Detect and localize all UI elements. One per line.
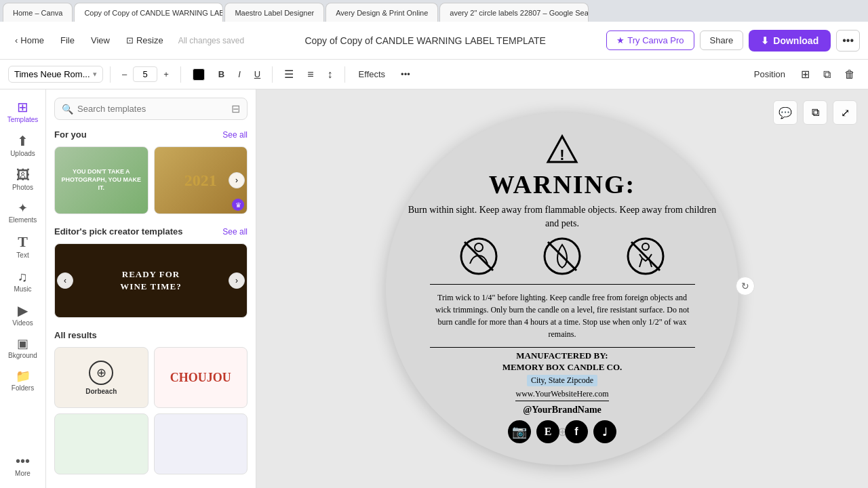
editors-carousel-next[interactable]: ›	[229, 272, 245, 289]
sidebar-item-background[interactable]: ▣ Bkground	[3, 332, 43, 365]
dorbeach-logo-icon: ⊕	[89, 361, 113, 385]
label-design[interactable]: ! WARNING: Burn within sight. Keep away …	[386, 113, 738, 465]
resize-icon: ⊡	[126, 35, 134, 45]
grid-view-button[interactable]: ⊞	[796, 65, 814, 83]
templates-icon: ⊞	[17, 100, 28, 114]
sidebar-item-templates[interactable]: ⊞ Templates	[3, 95, 43, 129]
for-you-section-header: For you See all	[54, 129, 248, 140]
sidebar-item-videos[interactable]: ▶ Videos	[3, 298, 43, 332]
more-options-button[interactable]: •••	[836, 30, 860, 52]
header-actions: ★ Try Canva Pro Share ⬇ Download •••	[606, 30, 860, 52]
instagram-icon[interactable]: 📷	[508, 420, 531, 443]
social-icons-row: 📷 E f ♩	[508, 420, 616, 443]
resize-button[interactable]: ⊡ Resize	[119, 31, 170, 49]
see-all-for-you[interactable]: See all	[222, 130, 248, 140]
search-input[interactable]	[77, 104, 227, 114]
canvas-area: 💬 ⧉ ⤢ ! WARNING: Burn within sight. Keep…	[256, 89, 868, 488]
background-icon: ▣	[17, 338, 28, 350]
underline-button[interactable]: U	[250, 66, 265, 82]
view-button[interactable]: View	[84, 31, 117, 49]
browser-tab-avery[interactable]: Avery Design & Print Online	[326, 3, 438, 22]
comment-button[interactable]: 💬	[773, 100, 797, 125]
star-icon: ★	[616, 35, 625, 45]
home-label: Home	[20, 35, 44, 45]
align-button[interactable]: ☰	[279, 65, 298, 83]
sidebar-item-photos[interactable]: 🖼 Photos	[3, 163, 43, 197]
color-swatch	[193, 68, 205, 81]
carousel-next-arrow[interactable]: ›	[229, 172, 245, 188]
divider-3	[272, 66, 273, 83]
wide-tmpl-text: READY FORWINE TIME?	[120, 268, 181, 293]
divider-1	[110, 66, 111, 83]
list-button[interactable]: ≡	[302, 66, 318, 83]
sidebar-item-more[interactable]: ••• More	[3, 449, 43, 483]
try-pro-button[interactable]: ★ Try Canva Pro	[606, 30, 694, 50]
autosave-status: All changes saved	[178, 36, 244, 45]
search-bar: 🔍 ⊟	[54, 98, 248, 120]
see-all-editors[interactable]: See all	[222, 227, 248, 237]
no-flame-icon	[542, 237, 582, 276]
etsy-icon[interactable]: E	[536, 420, 559, 443]
folders-icon: 📁	[16, 370, 31, 382]
font-size-input[interactable]	[133, 66, 157, 82]
city-state-text[interactable]: City, State Zipcode	[527, 375, 597, 386]
font-size-minus-button[interactable]: –	[117, 66, 132, 82]
browser-tab-canva[interactable]: Copy of Copy of CANDLE WARNING LABEL TEM…	[74, 3, 223, 22]
copy-canvas-button[interactable]: ⧉	[803, 100, 827, 125]
svg-line-8	[631, 242, 660, 270]
facebook-icon[interactable]: f	[565, 420, 588, 443]
italic-button[interactable]: I	[233, 66, 245, 82]
line-height-button[interactable]: ↕	[323, 66, 338, 83]
text-color-button[interactable]	[188, 66, 210, 83]
copy-button[interactable]: ⧉	[818, 66, 835, 83]
effects-button[interactable]: Effects	[352, 66, 393, 82]
sidebar-item-music[interactable]: ♫ Music	[3, 264, 43, 298]
more-toolbar-button[interactable]: •••	[396, 66, 415, 82]
editors-pick-title: Editor's pick creator templates	[54, 226, 183, 237]
sidebar-label-background: Bkground	[8, 352, 37, 359]
no-child-icon	[626, 237, 665, 276]
all-results-thumb-2[interactable]: CHOUJOU	[154, 347, 248, 408]
delete-button[interactable]: 🗑	[840, 66, 860, 83]
filter-icon[interactable]: ⊟	[231, 102, 240, 115]
browser-tab-home[interactable]: Home – Canva	[3, 3, 73, 22]
back-button[interactable]: ‹ Home	[8, 31, 51, 49]
download-button[interactable]: ⬇ Download	[749, 30, 831, 52]
instructions-text: Trim wick to 1/4" before lighting. Keep …	[430, 291, 695, 340]
sidebar-label-text: Text	[16, 251, 28, 259]
divider-line-1	[430, 284, 695, 285]
sidebar-item-elements[interactable]: ✦ Elements	[3, 197, 43, 229]
uploads-icon: ⬆	[17, 134, 28, 148]
editors-carousel-prev[interactable]: ‹	[57, 272, 73, 289]
font-selector[interactable]: Times Neue Rom... ▾	[8, 66, 103, 83]
sidebar-label-music: Music	[14, 285, 31, 293]
refresh-button[interactable]: ↻	[736, 277, 755, 296]
canvas-toolbar-right: 💬 ⧉ ⤢	[773, 100, 857, 125]
template-thumb-1[interactable]: YOU DON'T TAKE A PHOTOGRAPH, YOU MAKE IT…	[54, 146, 149, 214]
expand-button[interactable]: ⤢	[833, 100, 857, 125]
font-name-display: Times Neue Rom...	[14, 69, 90, 79]
templates-panel: 🔍 ⊟ For you See all YOU DON'T TAKE A PHO…	[46, 89, 256, 488]
share-button[interactable]: Share	[700, 30, 744, 50]
sidebar-item-text[interactable]: T Text	[3, 229, 43, 264]
all-results-header: All results	[54, 330, 248, 340]
font-size-plus-button[interactable]: +	[159, 66, 174, 82]
all-results-thumb-1[interactable]: ⊕ Dorbeach	[54, 347, 149, 408]
all-results-thumb-4[interactable]	[154, 413, 248, 474]
bold-button[interactable]: B	[214, 66, 229, 82]
warning-triangle-icon: !	[546, 134, 578, 167]
browser-tab-maestro[interactable]: Maestro Label Designer	[224, 3, 324, 22]
tiktok-icon[interactable]: ♩	[593, 420, 616, 443]
search-icon: 🔍	[62, 104, 73, 115]
browser-tab-google[interactable]: avery 2" circle labels 22807 – Google Se…	[439, 3, 589, 22]
file-button[interactable]: File	[54, 31, 81, 49]
sidebar-item-uploads[interactable]: ⬆ Uploads	[3, 129, 43, 163]
divider-line-2	[430, 347, 695, 348]
svg-point-4	[475, 243, 483, 251]
all-results-title: All results	[54, 330, 97, 340]
all-results-thumb-3[interactable]	[54, 413, 149, 474]
editors-wide-thumb[interactable]: READY FORWINE TIME?	[54, 243, 248, 318]
app-header: ‹ Home File View ⊡ Resize All changes sa…	[0, 22, 868, 60]
sidebar-item-folders[interactable]: 📁 Folders	[3, 365, 43, 397]
position-button[interactable]: Position	[747, 66, 792, 82]
